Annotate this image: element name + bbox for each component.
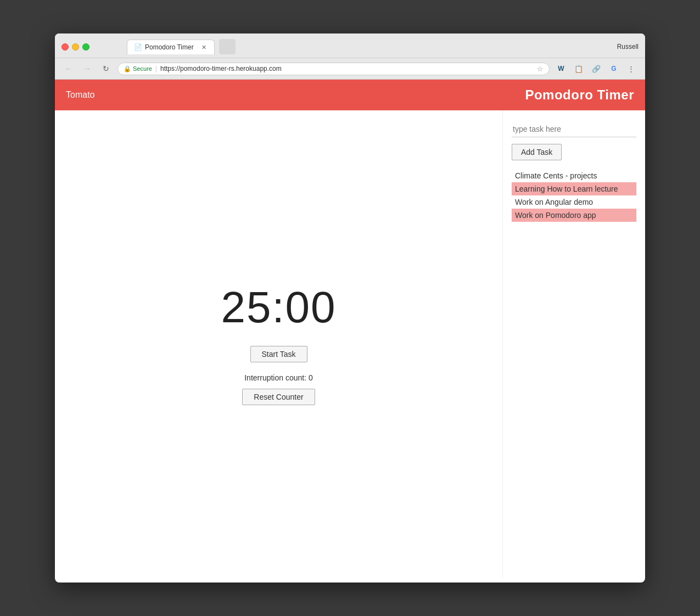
- tab-close-button[interactable]: ✕: [200, 43, 208, 51]
- task-item[interactable]: Work on Pomodoro app: [512, 209, 636, 222]
- task-list: Climate Cents - projects Learning How to…: [512, 169, 636, 222]
- url-divider: |: [155, 65, 157, 72]
- address-bar-actions: ☆: [537, 65, 544, 73]
- start-task-button[interactable]: Start Task: [250, 346, 307, 362]
- page-ext-button[interactable]: 📋: [572, 61, 586, 76]
- tab-page-icon: 📄: [134, 43, 142, 51]
- link-ext-button[interactable]: 🔗: [589, 61, 603, 76]
- secure-badge: 🔒 Secure: [124, 65, 152, 72]
- active-tab[interactable]: 📄 Pomodoro Timer ✕: [127, 40, 215, 54]
- close-window-button[interactable]: [61, 43, 69, 51]
- traffic-lights: [61, 43, 89, 51]
- browser-window: 📄 Pomodoro Timer ✕ Russell ← → ↻ 🔒 Secur…: [55, 33, 645, 583]
- app-title: Pomodoro Timer: [525, 87, 634, 103]
- w-extension-button[interactable]: W: [554, 61, 568, 76]
- task-item[interactable]: Climate Cents - projects: [512, 169, 636, 182]
- maximize-window-button[interactable]: [82, 43, 89, 51]
- main-content: 25:00 Start Task Interruption count: 0 R…: [55, 110, 502, 577]
- task-item[interactable]: Learning How to Learn lecture: [512, 182, 636, 195]
- add-task-button[interactable]: Add Task: [512, 144, 562, 160]
- app-header: Tomato Pomodoro Timer: [55, 80, 645, 110]
- google-ext-button[interactable]: G: [607, 61, 621, 76]
- forward-button[interactable]: →: [80, 61, 94, 76]
- browser-chrome: 📄 Pomodoro Timer ✕ Russell ← → ↻ 🔒 Secur…: [55, 33, 645, 80]
- toolbar-right: W 📋 🔗 G ⋮: [554, 61, 639, 76]
- app-brand: Tomato: [66, 90, 94, 100]
- task-item[interactable]: Work on Angular demo: [512, 195, 636, 209]
- back-button[interactable]: ←: [61, 61, 76, 76]
- refresh-button[interactable]: ↻: [99, 61, 113, 76]
- tab-title: Pomodoro Timer: [145, 43, 194, 51]
- new-tab-button[interactable]: [219, 39, 236, 54]
- app-body: 25:00 Start Task Interruption count: 0 R…: [55, 110, 645, 577]
- user-name-display: Russell: [617, 43, 639, 51]
- browser-toolbar: ← → ↻ 🔒 Secure | https://pomodoro-timer-…: [55, 58, 645, 79]
- tab-bar: 📄 Pomodoro Timer ✕: [94, 39, 290, 54]
- titlebar: 📄 Pomodoro Timer ✕ Russell: [55, 33, 645, 58]
- menu-button[interactable]: ⋮: [624, 61, 639, 76]
- url-text: https://pomodoro-timer-rs.herokuapp.com: [160, 65, 282, 72]
- timer-display: 25:00: [221, 282, 336, 333]
- bookmark-icon[interactable]: ☆: [537, 65, 544, 73]
- sidebar: Add Task Climate Cents - projects Learni…: [502, 110, 645, 577]
- minimize-window-button[interactable]: [72, 43, 79, 51]
- task-input[interactable]: [512, 121, 636, 137]
- address-bar[interactable]: 🔒 Secure | https://pomodoro-timer-rs.her…: [117, 63, 550, 75]
- reset-counter-button[interactable]: Reset Counter: [242, 389, 315, 405]
- interruption-count: Interruption count: 0: [244, 373, 313, 382]
- lock-icon: 🔒: [124, 65, 131, 72]
